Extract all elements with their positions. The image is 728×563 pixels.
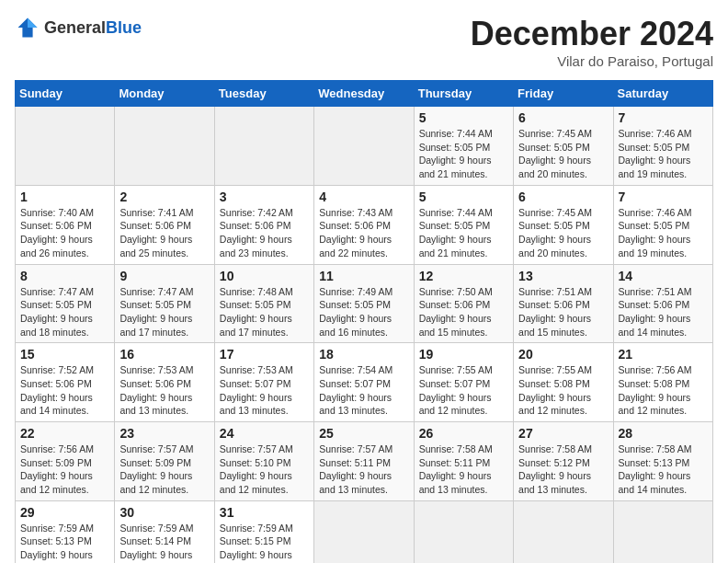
day-cell [414, 500, 513, 563]
header-cell-friday: Friday [514, 81, 613, 107]
day-cell [214, 107, 313, 186]
day-cell: 1Sunrise: 7:40 AM Sunset: 5:06 PM Daylig… [16, 185, 115, 264]
day-cell: 25Sunrise: 7:57 AM Sunset: 5:11 PM Dayli… [314, 422, 414, 501]
day-info: Sunrise: 7:55 AM Sunset: 5:07 PM Dayligh… [419, 363, 508, 418]
calendar-table: SundayMondayTuesdayWednesdayThursdayFrid… [15, 80, 713, 563]
day-cell: 31Sunrise: 7:59 AM Sunset: 5:15 PM Dayli… [214, 500, 313, 563]
day-cell: 22Sunrise: 7:56 AM Sunset: 5:09 PM Dayli… [16, 422, 115, 501]
day-cell: 11Sunrise: 7:49 AM Sunset: 5:05 PM Dayli… [314, 264, 414, 343]
day-cell: 19Sunrise: 7:55 AM Sunset: 5:07 PM Dayli… [414, 343, 513, 422]
week-row-1: 5Sunrise: 7:44 AM Sunset: 5:05 PM Daylig… [16, 107, 713, 186]
day-number: 8 [20, 269, 109, 283]
day-number: 13 [518, 269, 608, 283]
day-info: Sunrise: 7:44 AM Sunset: 5:05 PM Dayligh… [419, 206, 508, 260]
day-number: 21 [619, 347, 708, 362]
day-info: Sunrise: 7:40 AM Sunset: 5:06 PM Dayligh… [20, 206, 109, 260]
day-cell: 30Sunrise: 7:59 AM Sunset: 5:14 PM Dayli… [115, 500, 214, 563]
day-number: 15 [20, 347, 109, 362]
day-number: 26 [419, 426, 508, 441]
week-row-2: 1Sunrise: 7:40 AM Sunset: 5:06 PM Daylig… [16, 185, 713, 264]
day-cell: 6Sunrise: 7:45 AM Sunset: 5:05 PM Daylig… [514, 107, 613, 186]
day-cell: 28Sunrise: 7:58 AM Sunset: 5:13 PM Dayli… [613, 422, 712, 501]
day-number: 14 [619, 269, 708, 283]
day-number: 4 [319, 190, 408, 204]
week-row-3: 8Sunrise: 7:47 AM Sunset: 5:05 PM Daylig… [16, 264, 713, 343]
day-number: 5 [419, 190, 508, 204]
day-number: 7 [619, 190, 708, 204]
header-cell-monday: Monday [115, 81, 214, 107]
day-cell: 29Sunrise: 7:59 AM Sunset: 5:13 PM Dayli… [16, 500, 115, 563]
day-info: Sunrise: 7:44 AM Sunset: 5:05 PM Dayligh… [419, 127, 508, 181]
day-info: Sunrise: 7:58 AM Sunset: 5:12 PM Dayligh… [518, 442, 608, 497]
day-cell: 4Sunrise: 7:43 AM Sunset: 5:06 PM Daylig… [314, 185, 414, 264]
day-info: Sunrise: 7:41 AM Sunset: 5:06 PM Dayligh… [119, 206, 209, 260]
day-cell: 14Sunrise: 7:51 AM Sunset: 5:06 PM Dayli… [613, 264, 712, 343]
day-info: Sunrise: 7:56 AM Sunset: 5:08 PM Dayligh… [619, 363, 708, 418]
day-info: Sunrise: 7:46 AM Sunset: 5:05 PM Dayligh… [619, 206, 708, 260]
week-row-6: 29Sunrise: 7:59 AM Sunset: 5:13 PM Dayli… [16, 500, 713, 563]
day-info: Sunrise: 7:45 AM Sunset: 5:05 PM Dayligh… [518, 206, 608, 260]
day-number: 11 [319, 269, 408, 283]
day-info: Sunrise: 7:43 AM Sunset: 5:06 PM Dayligh… [319, 206, 408, 260]
day-info: Sunrise: 7:56 AM Sunset: 5:09 PM Dayligh… [20, 442, 109, 497]
day-info: Sunrise: 7:51 AM Sunset: 5:06 PM Dayligh… [619, 285, 708, 339]
day-cell [115, 107, 214, 186]
day-info: Sunrise: 7:46 AM Sunset: 5:05 PM Dayligh… [619, 127, 708, 181]
day-cell: 3Sunrise: 7:42 AM Sunset: 5:06 PM Daylig… [214, 185, 313, 264]
day-info: Sunrise: 7:50 AM Sunset: 5:06 PM Dayligh… [419, 285, 508, 339]
day-info: Sunrise: 7:47 AM Sunset: 5:05 PM Dayligh… [20, 285, 109, 339]
day-number: 23 [119, 426, 209, 441]
logo-icon [15, 15, 40, 40]
header-row: SundayMondayTuesdayWednesdayThursdayFrid… [16, 81, 713, 107]
day-number: 12 [419, 269, 508, 283]
day-info: Sunrise: 7:45 AM Sunset: 5:05 PM Dayligh… [518, 127, 608, 181]
day-number: 5 [419, 110, 508, 125]
day-number: 27 [518, 426, 608, 441]
day-number: 6 [518, 110, 608, 125]
week-row-4: 15Sunrise: 7:52 AM Sunset: 5:06 PM Dayli… [16, 343, 713, 422]
logo-text-blue: Blue [106, 18, 142, 37]
day-info: Sunrise: 7:55 AM Sunset: 5:08 PM Dayligh… [518, 363, 608, 418]
day-cell: 16Sunrise: 7:53 AM Sunset: 5:06 PM Dayli… [115, 343, 214, 422]
day-number: 6 [518, 190, 608, 204]
day-number: 31 [220, 505, 309, 520]
logo-text-general: General [44, 18, 106, 37]
day-cell: 26Sunrise: 7:58 AM Sunset: 5:11 PM Dayli… [414, 422, 513, 501]
header-cell-saturday: Saturday [613, 81, 712, 107]
header-cell-wednesday: Wednesday [314, 81, 414, 107]
day-cell: 8Sunrise: 7:47 AM Sunset: 5:05 PM Daylig… [16, 264, 115, 343]
day-number: 3 [220, 190, 309, 204]
day-cell: 27Sunrise: 7:58 AM Sunset: 5:12 PM Dayli… [514, 422, 613, 501]
month-title: December 2024 [471, 15, 713, 53]
day-number: 7 [619, 110, 708, 125]
day-number: 20 [518, 347, 608, 362]
day-number: 17 [220, 347, 309, 362]
day-cell [613, 500, 712, 563]
day-number: 9 [119, 269, 209, 283]
day-cell: 6Sunrise: 7:45 AM Sunset: 5:05 PM Daylig… [514, 185, 613, 264]
week-row-5: 22Sunrise: 7:56 AM Sunset: 5:09 PM Dayli… [16, 422, 713, 501]
day-info: Sunrise: 7:59 AM Sunset: 5:13 PM Dayligh… [20, 522, 109, 563]
day-number: 19 [419, 347, 508, 362]
day-info: Sunrise: 7:42 AM Sunset: 5:06 PM Dayligh… [220, 206, 309, 260]
header-cell-thursday: Thursday [414, 81, 513, 107]
day-number: 30 [119, 505, 209, 520]
day-info: Sunrise: 7:47 AM Sunset: 5:05 PM Dayligh… [119, 285, 209, 339]
day-cell: 15Sunrise: 7:52 AM Sunset: 5:06 PM Dayli… [16, 343, 115, 422]
day-cell: 10Sunrise: 7:48 AM Sunset: 5:05 PM Dayli… [214, 264, 313, 343]
header: GeneralBlue December 2024 Vilar do Parai… [15, 15, 713, 69]
day-cell [514, 500, 613, 563]
day-cell: 18Sunrise: 7:54 AM Sunset: 5:07 PM Dayli… [314, 343, 414, 422]
day-info: Sunrise: 7:57 AM Sunset: 5:11 PM Dayligh… [319, 442, 408, 497]
day-cell [314, 500, 414, 563]
day-number: 1 [20, 190, 109, 204]
day-number: 16 [119, 347, 209, 362]
day-cell: 12Sunrise: 7:50 AM Sunset: 5:06 PM Dayli… [414, 264, 513, 343]
day-cell: 21Sunrise: 7:56 AM Sunset: 5:08 PM Dayli… [613, 343, 712, 422]
day-cell: 17Sunrise: 7:53 AM Sunset: 5:07 PM Dayli… [214, 343, 313, 422]
day-info: Sunrise: 7:59 AM Sunset: 5:15 PM Dayligh… [220, 522, 309, 563]
day-number: 2 [119, 190, 209, 204]
day-cell: 5Sunrise: 7:44 AM Sunset: 5:05 PM Daylig… [414, 107, 513, 186]
day-cell: 24Sunrise: 7:57 AM Sunset: 5:10 PM Dayli… [214, 422, 313, 501]
day-cell: 13Sunrise: 7:51 AM Sunset: 5:06 PM Dayli… [514, 264, 613, 343]
